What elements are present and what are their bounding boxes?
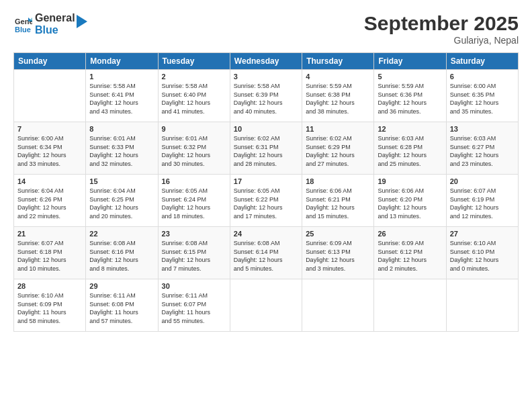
header: General Blue General Blue September 2025…	[13, 12, 519, 46]
calendar-cell: 10Sunrise: 6:02 AM Sunset: 6:31 PM Dayli…	[230, 122, 302, 175]
calendar-week-row: 21Sunrise: 6:07 AM Sunset: 6:18 PM Dayli…	[14, 227, 519, 279]
cell-details: Sunrise: 6:06 AM Sunset: 6:21 PM Dayligh…	[306, 187, 370, 220]
day-number: 25	[306, 230, 370, 238]
cell-details: Sunrise: 5:58 AM Sunset: 6:40 PM Dayligh…	[162, 82, 226, 116]
day-number: 8	[89, 125, 154, 133]
cell-details: Sunrise: 6:09 AM Sunset: 6:12 PM Dayligh…	[378, 239, 442, 273]
weekday-header: Friday	[374, 53, 446, 70]
calendar-cell: 24Sunrise: 6:08 AM Sunset: 6:14 PM Dayli…	[230, 227, 302, 279]
calendar-cell: 8Sunrise: 6:01 AM Sunset: 6:33 PM Daylig…	[86, 122, 158, 175]
cell-details: Sunrise: 6:07 AM Sunset: 6:18 PM Dayligh…	[17, 239, 82, 273]
month-title: September 2025	[364, 12, 519, 35]
calendar-cell: 21Sunrise: 6:07 AM Sunset: 6:18 PM Dayli…	[14, 227, 86, 279]
calendar-cell: 17Sunrise: 6:05 AM Sunset: 6:22 PM Dayli…	[230, 175, 302, 227]
day-number: 19	[378, 177, 442, 185]
day-number: 9	[162, 125, 226, 133]
day-number: 17	[234, 177, 298, 185]
day-number: 18	[306, 177, 370, 185]
cell-details: Sunrise: 5:58 AM Sunset: 6:39 PM Dayligh…	[234, 82, 298, 116]
cell-details: Sunrise: 6:02 AM Sunset: 6:29 PM Dayligh…	[306, 134, 370, 168]
header-row: SundayMondayTuesdayWednesdayThursdayFrid…	[14, 53, 519, 70]
calendar-cell: 29Sunrise: 6:11 AM Sunset: 6:08 PM Dayli…	[86, 279, 158, 332]
calendar-cell: 13Sunrise: 6:03 AM Sunset: 6:27 PM Dayli…	[446, 122, 518, 175]
calendar-cell: 27Sunrise: 6:10 AM Sunset: 6:10 PM Dayli…	[446, 227, 518, 279]
weekday-header: Thursday	[302, 53, 374, 70]
svg-marker-5	[77, 15, 87, 28]
day-number: 27	[450, 230, 515, 238]
calendar-cell: 16Sunrise: 6:05 AM Sunset: 6:24 PM Dayli…	[158, 175, 230, 227]
calendar-cell: 3Sunrise: 5:58 AM Sunset: 6:39 PM Daylig…	[230, 70, 302, 122]
day-number: 11	[306, 125, 370, 133]
cell-details: Sunrise: 6:00 AM Sunset: 6:35 PM Dayligh…	[450, 82, 515, 116]
cell-details: Sunrise: 6:01 AM Sunset: 6:32 PM Dayligh…	[162, 134, 226, 168]
day-number: 5	[378, 73, 442, 81]
calendar-cell: 23Sunrise: 6:08 AM Sunset: 6:15 PM Dayli…	[158, 227, 230, 279]
calendar-cell: 25Sunrise: 6:09 AM Sunset: 6:13 PM Dayli…	[302, 227, 374, 279]
calendar-cell: 22Sunrise: 6:08 AM Sunset: 6:16 PM Dayli…	[86, 227, 158, 279]
day-number: 2	[162, 73, 226, 81]
cell-details: Sunrise: 6:03 AM Sunset: 6:27 PM Dayligh…	[450, 134, 515, 168]
cell-details: Sunrise: 6:08 AM Sunset: 6:14 PM Dayligh…	[234, 239, 298, 273]
cell-details: Sunrise: 5:59 AM Sunset: 6:38 PM Dayligh…	[306, 82, 370, 116]
title-block: September 2025 Gulariya, Nepal	[364, 12, 519, 46]
cell-details: Sunrise: 6:03 AM Sunset: 6:28 PM Dayligh…	[378, 134, 442, 168]
day-number: 1	[89, 73, 154, 81]
day-number: 12	[378, 125, 442, 133]
day-number: 13	[450, 125, 515, 133]
cell-details: Sunrise: 6:06 AM Sunset: 6:20 PM Dayligh…	[378, 187, 442, 220]
day-number: 6	[450, 73, 515, 81]
day-number: 4	[306, 73, 370, 81]
cell-details: Sunrise: 5:58 AM Sunset: 6:41 PM Dayligh…	[89, 82, 154, 116]
day-number: 3	[234, 73, 298, 81]
calendar-cell: 6Sunrise: 6:00 AM Sunset: 6:35 PM Daylig…	[446, 70, 518, 122]
day-number: 21	[17, 230, 82, 238]
calendar-cell: 26Sunrise: 6:09 AM Sunset: 6:12 PM Dayli…	[374, 227, 446, 279]
day-number: 22	[89, 230, 154, 238]
calendar-cell: 9Sunrise: 6:01 AM Sunset: 6:32 PM Daylig…	[158, 122, 230, 175]
day-number: 28	[17, 282, 82, 290]
weekday-header: Sunday	[14, 53, 86, 70]
cell-details: Sunrise: 6:05 AM Sunset: 6:22 PM Dayligh…	[234, 187, 298, 220]
calendar-table: SundayMondayTuesdayWednesdayThursdayFrid…	[13, 52, 519, 332]
calendar-cell: 12Sunrise: 6:03 AM Sunset: 6:28 PM Dayli…	[374, 122, 446, 175]
weekday-header: Monday	[86, 53, 158, 70]
day-number: 29	[89, 282, 154, 290]
day-number: 26	[378, 230, 442, 238]
calendar-cell: 7Sunrise: 6:00 AM Sunset: 6:34 PM Daylig…	[14, 122, 86, 175]
calendar-cell: 19Sunrise: 6:06 AM Sunset: 6:20 PM Dayli…	[374, 175, 446, 227]
calendar-cell: 1Sunrise: 5:58 AM Sunset: 6:41 PM Daylig…	[86, 70, 158, 122]
calendar-cell	[446, 279, 518, 332]
calendar-cell	[14, 70, 86, 122]
cell-details: Sunrise: 6:02 AM Sunset: 6:31 PM Dayligh…	[234, 134, 298, 168]
calendar-cell: 5Sunrise: 5:59 AM Sunset: 6:36 PM Daylig…	[374, 70, 446, 122]
day-number: 30	[162, 282, 226, 290]
logo: General Blue General Blue	[13, 12, 87, 36]
cell-details: Sunrise: 6:11 AM Sunset: 6:07 PM Dayligh…	[162, 291, 226, 325]
calendar-week-row: 14Sunrise: 6:04 AM Sunset: 6:26 PM Dayli…	[14, 175, 519, 227]
cell-details: Sunrise: 5:59 AM Sunset: 6:36 PM Dayligh…	[378, 82, 442, 116]
cell-details: Sunrise: 6:08 AM Sunset: 6:16 PM Dayligh…	[89, 239, 154, 273]
day-number: 16	[162, 177, 226, 185]
calendar-cell: 30Sunrise: 6:11 AM Sunset: 6:07 PM Dayli…	[158, 279, 230, 332]
cell-details: Sunrise: 6:05 AM Sunset: 6:24 PM Dayligh…	[162, 187, 226, 220]
cell-details: Sunrise: 6:10 AM Sunset: 6:10 PM Dayligh…	[450, 239, 515, 273]
weekday-header: Wednesday	[230, 53, 302, 70]
weekday-header: Tuesday	[158, 53, 230, 70]
calendar-cell	[374, 279, 446, 332]
cell-details: Sunrise: 6:10 AM Sunset: 6:09 PM Dayligh…	[17, 291, 82, 325]
cell-details: Sunrise: 6:07 AM Sunset: 6:19 PM Dayligh…	[450, 187, 515, 220]
calendar-cell: 20Sunrise: 6:07 AM Sunset: 6:19 PM Dayli…	[446, 175, 518, 227]
day-number: 10	[234, 125, 298, 133]
day-number: 20	[450, 177, 515, 185]
calendar-cell: 15Sunrise: 6:04 AM Sunset: 6:25 PM Dayli…	[86, 175, 158, 227]
calendar-cell: 4Sunrise: 5:59 AM Sunset: 6:38 PM Daylig…	[302, 70, 374, 122]
logo-icon: General Blue	[13, 15, 32, 34]
calendar-cell	[230, 279, 302, 332]
weekday-header: Saturday	[446, 53, 518, 70]
calendar-cell	[302, 279, 374, 332]
logo-blue: Blue	[35, 24, 75, 36]
day-number: 23	[162, 230, 226, 238]
cell-details: Sunrise: 6:08 AM Sunset: 6:15 PM Dayligh…	[162, 239, 226, 273]
logo-general: General	[35, 12, 75, 24]
cell-details: Sunrise: 6:01 AM Sunset: 6:33 PM Dayligh…	[89, 134, 154, 168]
